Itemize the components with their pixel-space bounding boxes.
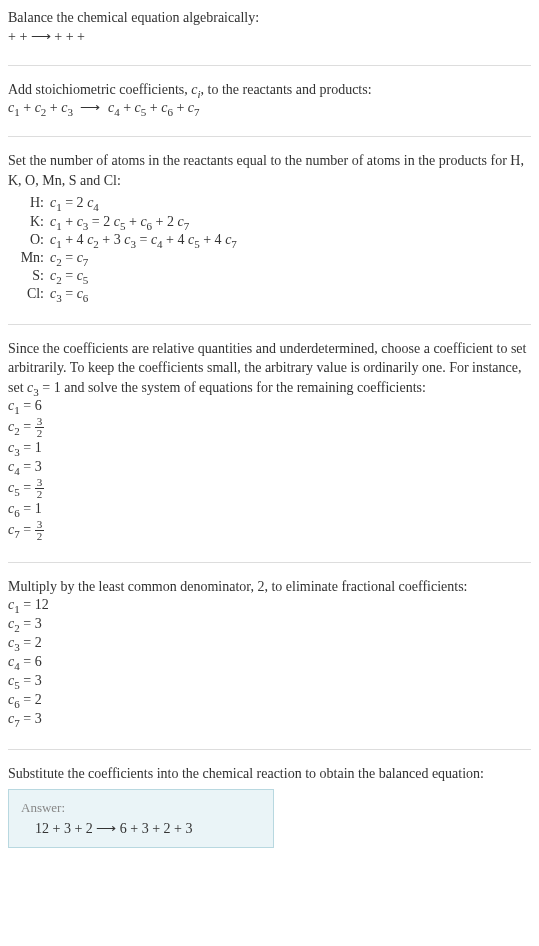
coef-line: c4 = 3 [8,458,531,477]
coef-val: 12 [35,597,49,612]
stoich-post: , to the reactants and products: [201,82,372,97]
answer-box: Answer: 12 + 3 + 2 ⟶ 6 + 3 + 2 + 3 [8,789,274,848]
atom-eq: c3 = c6 [50,285,531,303]
coef-val: 3 [35,616,42,631]
divider [8,562,531,563]
coef-val: 2 [35,635,42,650]
coef-line: c6 = 2 [8,691,531,710]
atom-eq: c1 + c3 = 2 c5 + c6 + 2 c7 [50,213,531,231]
coef-line: c1 = 12 [8,596,531,615]
stoich-section: Add stoichiometric coefficients, ci, to … [8,80,531,117]
coef-line: c5 = 32 [8,477,531,500]
intro-section: Balance the chemical equation algebraica… [8,8,531,45]
divider [8,65,531,66]
substitute-section: Substitute the coefficients into the che… [8,764,531,849]
coef-line: c1 = 6 [8,397,531,416]
substitute-intro: Substitute the coefficients into the che… [8,764,531,784]
coef-line: c3 = 2 [8,634,531,653]
divider [8,749,531,750]
coef-val: 6 [35,398,42,413]
coef-line: c7 = 32 [8,519,531,542]
answer-equation: 12 + 3 + 2 ⟶ 6 + 3 + 2 + 3 [21,820,261,837]
multiply-intro: Multiply by the least common denominator… [8,577,531,597]
fraction: 32 [35,477,45,500]
intro-equation: + + ⟶ + + + [8,28,531,45]
atom-row: H: c1 = 2 c4 [16,194,531,212]
atom-eq: c1 + 4 c2 + 3 c3 = c4 + 4 c5 + 4 c7 [50,231,531,249]
intro-text: Balance the chemical equation algebraica… [8,8,531,28]
coef-line: c3 = 1 [8,439,531,458]
coef-val: 2 [35,692,42,707]
answer-label: Answer: [21,800,261,816]
stoich-equation: c1 + c2 + c3 ⟶ c4 + c5 + c6 + c7 [8,99,531,116]
coef-val: 3 [35,673,42,688]
atom-label: Mn: [16,249,50,267]
coef-line: c5 = 3 [8,672,531,691]
atom-label: K: [16,213,50,231]
atoms-table: H: c1 = 2 c4 K: c1 + c3 = 2 c5 + c6 + 2 … [16,194,531,303]
atom-row: S: c2 = c5 [16,267,531,285]
divider [8,324,531,325]
stoich-text: Add stoichiometric coefficients, ci, to … [8,80,531,100]
coef-line: c7 = 3 [8,710,531,729]
multiply-section: Multiply by the least common denominator… [8,577,531,729]
choose-intro: Since the coefficients are relative quan… [8,339,531,398]
coef-val: 3 [35,459,42,474]
atom-row: Mn: c2 = c7 [16,249,531,267]
coef-line: c2 = 32 [8,416,531,439]
atom-label: S: [16,267,50,285]
fraction: 32 [35,519,45,542]
coef-val: 3 [35,711,42,726]
divider [8,136,531,137]
atoms-intro: Set the number of atoms in the reactants… [8,151,531,190]
coef-line: c6 = 1 [8,500,531,519]
choose-coefficients: c1 = 6 c2 = 32 c3 = 1 c4 = 3 c5 = 32 c6 … [8,397,531,542]
atom-label: Cl: [16,285,50,303]
coef-val: 6 [35,654,42,669]
choose-post: and solve the system of equations for th… [61,380,426,395]
choose-section: Since the coefficients are relative quan… [8,339,531,542]
stoich-pre: Add stoichiometric coefficients, [8,82,191,97]
coef-val: 1 [35,501,42,516]
atoms-section: Set the number of atoms in the reactants… [8,151,531,303]
multiply-coefficients: c1 = 12 c2 = 3 c3 = 2 c4 = 6 c5 = 3 c6 =… [8,596,531,728]
coef-line: c2 = 3 [8,615,531,634]
atom-row: O: c1 + 4 c2 + 3 c3 = c4 + 4 c5 + 4 c7 [16,231,531,249]
fraction: 32 [35,416,45,439]
frac-den: 2 [35,428,45,439]
coef-val: 1 [35,440,42,455]
frac-den: 2 [35,489,45,500]
atom-eq: c1 = 2 c4 [50,194,531,212]
atom-eq: c2 = c5 [50,267,531,285]
atom-label: O: [16,231,50,249]
atom-label: H: [16,194,50,212]
coef-line: c4 = 6 [8,653,531,672]
atom-row: K: c1 + c3 = 2 c5 + c6 + 2 c7 [16,213,531,231]
atom-eq: c2 = c7 [50,249,531,267]
frac-den: 2 [35,531,45,542]
atom-row: Cl: c3 = c6 [16,285,531,303]
